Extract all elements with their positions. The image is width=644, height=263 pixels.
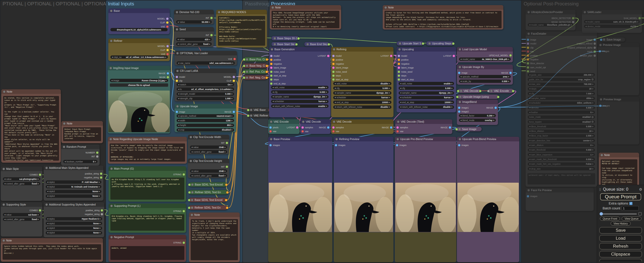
facedetailer-widget-noise-mask[interactable]: noise_maskenabled: [528, 115, 595, 119]
refiner-checkpoint-port-VAE-dot[interactable]: [166, 53, 169, 55]
vae-decode-refined-collapse-dot[interactable]: [333, 121, 335, 123]
left-arrow-icon[interactable]: ◀: [177, 21, 179, 23]
right-arrow-icon[interactable]: ▶: [326, 100, 327, 102]
right-arrow-icon[interactable]: ▶: [209, 38, 210, 41]
refining-preview[interactable]: Refining Previewimages: [334, 137, 393, 262]
note-upscale-image[interactable]: Note Regarding Upscale Image NodeUse the…: [108, 137, 187, 164]
left-arrow-icon[interactable]: ◀: [272, 96, 274, 98]
facedetailer-widget-guide-size-for[interactable]: guide_size_forcrop_region: [528, 78, 595, 81]
right-arrow-icon[interactable]: ▶: [38, 183, 39, 185]
vae-encode-collapsed-in-dot[interactable]: [487, 90, 490, 92]
cr-load-lora[interactable]: CR Load LoRAmodelclipMODELCLIP◀switchOn▶…: [175, 69, 236, 101]
negative-prompt-port-STRING-dot[interactable]: [182, 241, 185, 244]
vae-decode-refined-port-samples-dot[interactable]: [332, 126, 335, 129]
reroute-vae-refiner[interactable]: VAE Refiner: [248, 113, 271, 118]
seed-port-INT-dot[interactable]: [210, 34, 213, 36]
upscaling-port-start_at_step-dot[interactable]: [398, 78, 400, 81]
left-arrow-icon[interactable]: ◀: [178, 88, 179, 90]
imageblend[interactable]: ImageBlendimage1image2IMAGE◀blend_factor…: [457, 100, 498, 125]
base-steps-30-10-collapse-dot[interactable]: [274, 37, 276, 40]
refining-widget-sampler-name[interactable]: ◀sampler_namedpmpp_2m▶: [333, 91, 391, 95]
seed-widget-control-after-gene[interactable]: ◀control_after_genefixed▶: [176, 42, 212, 46]
upscale-preblend-preview-collapse-dot[interactable]: [397, 138, 399, 140]
preview-image-2[interactable]: Preview Imageimages: [598, 97, 639, 144]
reroute-ref-neg-cond-collapse-dot[interactable]: [246, 76, 248, 79]
refining-widget-scheduler[interactable]: ◀schedulerkarras▶: [333, 96, 391, 99]
vae-decode-refined-header[interactable]: VAE Decode: [331, 119, 393, 124]
upscale-image-collapse-dot[interactable]: [176, 105, 179, 108]
left-arrow-icon[interactable]: ◀: [178, 124, 179, 126]
clip-text-encode-width-collapse-dot[interactable]: [190, 136, 192, 138]
face-fix-preview-port-images-dot[interactable]: [527, 195, 529, 198]
refining-port-latent_image-dot[interactable]: [332, 66, 335, 69]
load-upscale-model-widget-model-name[interactable]: ◀model_name4x_NMKD-Siax_200k.pth▶: [459, 57, 511, 61]
cr-load-lora-collapse-dot[interactable]: [176, 70, 179, 72]
upscaling-steps[interactable]: Upscaling Steps: [426, 41, 454, 46]
right-arrow-icon[interactable]: ▶: [592, 107, 594, 109]
main-prompt-g[interactable]: Main Prompt (G)STRINGAn Old Kingdom Rave…: [109, 166, 186, 202]
additional-main-styles[interactable]: Additional Main Styles Appendedpositive_…: [44, 165, 103, 201]
main-prompt-g-header[interactable]: Main Prompt (G): [109, 166, 186, 171]
right-arrow-icon[interactable]: ▶: [508, 80, 510, 82]
facedetailer-port-vae-dot[interactable]: [527, 50, 529, 53]
left-arrow-icon[interactable]: ◀: [460, 76, 462, 78]
random-prompt-port-INT-dot[interactable]: [96, 155, 99, 158]
base-steps-30-10-out-dot[interactable]: [297, 37, 300, 40]
drag-handle-icon[interactable]: ⣿: [599, 188, 601, 191]
optional-vae-loader-widget-vae-name[interactable]: ◀vae_namesdxl_vae.safetensors▶: [177, 61, 235, 65]
right-arrow-icon[interactable]: ▶: [99, 190, 100, 192]
right-arrow-icon[interactable]: ▶: [592, 154, 594, 156]
preview-image-1-header[interactable]: Preview Image: [598, 43, 639, 47]
cr-load-lora-header[interactable]: CR Load LoRA: [175, 69, 236, 73]
clip-text-encode-height-port-INT-dot[interactable]: [226, 165, 228, 168]
seed[interactable]: SeedINT◀value420▶◀control_after_genefixe…: [174, 27, 214, 47]
reroute-ref-pos-cond-out-dot[interactable]: [265, 71, 268, 73]
refining-header[interactable]: Refining: [331, 47, 393, 52]
facedetailer-widget-sampler-name[interactable]: ◀sampler_nameddim▶: [528, 97, 595, 100]
right-arrow-icon[interactable]: ▶: [389, 106, 390, 108]
img2img-input-image-header[interactable]: Img2Img Input Image: [108, 66, 170, 70]
right-arrow-icon[interactable]: ▶: [592, 135, 594, 137]
upscaling-port-steps-dot[interactable]: [398, 74, 400, 77]
left-arrow-icon[interactable]: ◀: [47, 190, 48, 192]
upscaling[interactable]: Upscalingmodelpositivenegativelatent_ima…: [397, 47, 456, 112]
right-arrow-icon[interactable]: ▶: [592, 88, 594, 90]
refining-port-positive-dot[interactable]: [332, 59, 335, 61]
reroute-ref-pos-cond-in-dot[interactable]: [243, 71, 245, 73]
left-arrow-icon[interactable]: ◀: [529, 74, 530, 76]
batch-count-input[interactable]: [622, 206, 639, 210]
upscale-postblend-preview[interactable]: Upscale Post-Blend Previewimages: [457, 137, 519, 262]
left-arrow-icon[interactable]: ◀: [272, 105, 274, 107]
right-arrow-icon[interactable]: ▶: [209, 21, 210, 23]
left-arrow-icon[interactable]: ◀: [529, 102, 530, 104]
facedetailer-port-clip-dot[interactable]: [527, 46, 529, 49]
left-arrow-icon[interactable]: ◀: [272, 86, 274, 89]
clip-text-encode-width-widget-value[interactable]: ◀value2048▶: [190, 145, 227, 149]
left-arrow-icon[interactable]: ◀: [334, 92, 336, 94]
upscaling-steps-out-dot[interactable]: [452, 42, 455, 45]
vae-decode-base-port-samples-dot[interactable]: [301, 126, 304, 129]
refining-port-noise_seed-dot[interactable]: [332, 71, 335, 73]
left-arrow-icon[interactable]: ◀: [47, 195, 48, 197]
random-prompt[interactable]: Random PromptNUMBERINT◀boolean_number0▶: [61, 144, 100, 165]
upscaling-widget-add-noise[interactable]: ◀add_noiseenable▶: [399, 82, 454, 85]
left-arrow-icon[interactable]: ◀: [178, 120, 179, 122]
base-sdxl-text-encode-neg[interactable]: Base SDXL Text Encod: [189, 198, 227, 202]
required-nodes[interactable]: REQUIRED NODESComfyRoll: https://github.…: [216, 10, 267, 47]
refiner-checkpoint-header[interactable]: Refiner: [108, 38, 170, 43]
right-arrow-icon[interactable]: ▶: [100, 222, 101, 225]
vae-encode-main-port-vae-dot[interactable]: [269, 130, 272, 133]
upscale-postblend-preview-collapse-dot[interactable]: [459, 138, 461, 140]
left-arrow-icon[interactable]: ◀: [178, 115, 179, 117]
vae-decode-base-header[interactable]: VAE Decode: [300, 119, 331, 124]
upscale-postblend-preview-header[interactable]: Upscale Post-Blend Preview: [457, 137, 519, 141]
additional-main-styles-widget-style1[interactable]: ◀style1P: Add Weather▶: [46, 180, 101, 184]
seed-header[interactable]: Seed: [174, 27, 214, 32]
additional-main-styles-widget-style3[interactable]: ◀style3None▶: [46, 190, 101, 193]
left-arrow-icon[interactable]: ◀: [400, 101, 401, 103]
vae-encode-main-port-pixels-dot[interactable]: [269, 126, 272, 129]
right-arrow-icon[interactable]: ▶: [508, 58, 510, 60]
vae-decode-refined[interactable]: VAE DecodesamplesvaeIMAGE: [331, 119, 393, 134]
right-arrow-icon[interactable]: ▶: [95, 161, 96, 163]
left-arrow-icon[interactable]: ◀: [529, 24, 530, 26]
